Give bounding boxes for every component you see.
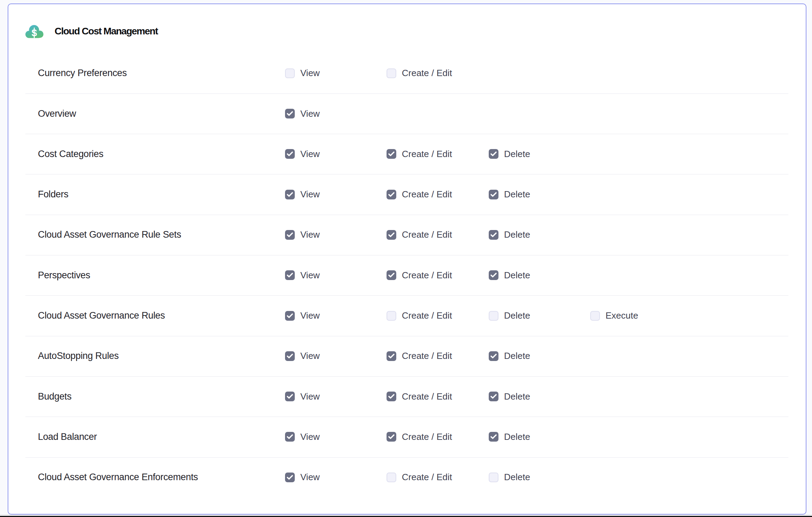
svg-text:$: $ xyxy=(32,27,37,38)
